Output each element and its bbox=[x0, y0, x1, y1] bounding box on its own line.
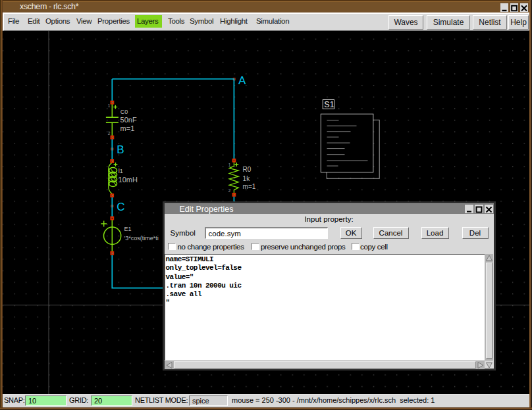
svg-text:A: A bbox=[238, 74, 246, 87]
svg-text:S1: S1 bbox=[324, 100, 334, 109]
svg-text:l1: l1 bbox=[119, 168, 123, 174]
svg-text:1: 1 bbox=[228, 163, 231, 167]
svg-text:1: 1 bbox=[108, 103, 111, 108]
svg-text:2: 2 bbox=[108, 131, 111, 136]
svg-text:m=1: m=1 bbox=[243, 183, 256, 190]
svg-text:1k: 1k bbox=[243, 175, 251, 182]
svg-text:R0: R0 bbox=[243, 166, 252, 173]
svg-text:B: B bbox=[117, 143, 124, 156]
svg-text:C0: C0 bbox=[120, 109, 128, 115]
svg-text:10mH: 10mH bbox=[119, 176, 138, 184]
svg-text:E1: E1 bbox=[124, 226, 132, 232]
svg-text:50nF: 50nF bbox=[120, 116, 137, 124]
svg-text:C: C bbox=[117, 201, 124, 213]
svg-text:m=1: m=1 bbox=[120, 124, 135, 132]
svg-text:'3*cos(time*ti: '3*cos(time*ti bbox=[124, 235, 159, 242]
svg-text:2: 2 bbox=[228, 188, 231, 193]
